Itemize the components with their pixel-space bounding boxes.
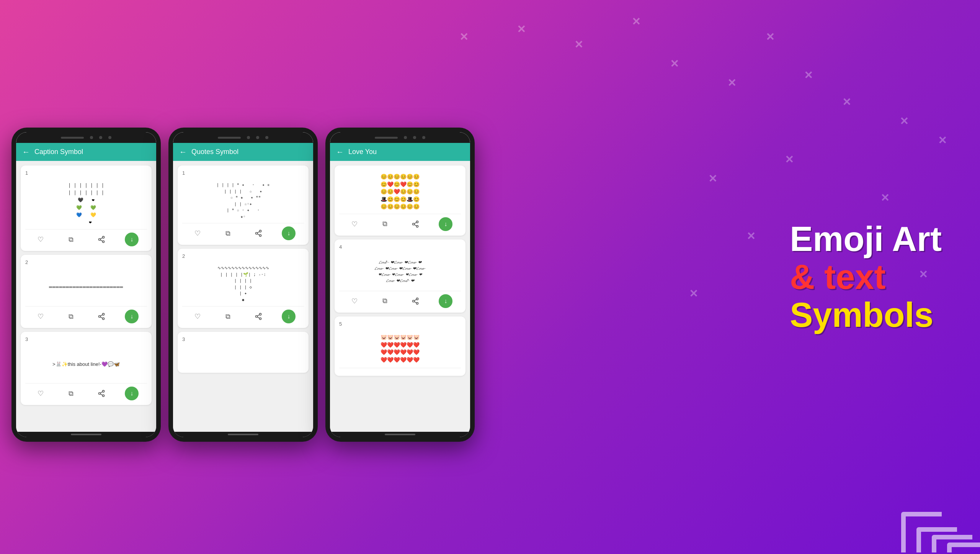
card-2-2: 2 ∿∿∿∿∿∿∿∿∿∿∿∿∿∿∿ | | | | |🌱| ; -·: | | …	[178, 249, 309, 328]
share-button[interactable]	[95, 310, 108, 323]
phone-1-screen: ← Caption Symbol 1 | | | | | | | | | | |…	[16, 132, 156, 437]
card-actions: ♡ ⧉ ↓	[182, 310, 304, 323]
like-button[interactable]: ♡	[34, 387, 47, 400]
copy-button[interactable]: ⧉	[221, 226, 235, 240]
download-button[interactable]: ↓	[282, 310, 296, 323]
card-actions: ♡ ⧉ ↓	[182, 226, 304, 240]
svg-line-34	[414, 299, 416, 300]
svg-point-25	[416, 221, 418, 223]
copy-button[interactable]: ⧉	[64, 233, 78, 246]
back-arrow-2[interactable]: ←	[179, 148, 187, 156]
card-2-1: 1 | | | | * ✦ · ✦ ✳ | | | | ☆ ✦ ☆ * ★ ✦ …	[178, 166, 309, 245]
svg-point-10	[102, 390, 104, 392]
card-content: ══════════════════════	[25, 268, 147, 307]
back-arrow-1[interactable]: ←	[22, 148, 30, 156]
phone-bottom	[173, 432, 313, 437]
home-bar	[385, 434, 415, 435]
copy-button[interactable]: ⧉	[64, 310, 78, 323]
svg-point-21	[255, 316, 257, 318]
phone-1-header: ← Caption Symbol	[16, 143, 156, 161]
download-button[interactable]: ↓	[439, 217, 452, 231]
deco-x: ✕	[517, 23, 526, 36]
svg-line-33	[414, 302, 416, 303]
card-actions: ♡ ⧉ ↓	[25, 233, 147, 246]
card-content: | | | | | | | | | | | | | | 🖤 ❤️ 💚 💚 💙 💛…	[25, 179, 147, 229]
svg-line-9	[100, 315, 103, 316]
svg-point-31	[412, 300, 414, 302]
deco-x: ✕	[880, 192, 889, 204]
deco-x: ✕	[938, 134, 947, 147]
deco-x: ✕	[574, 38, 583, 51]
card-number: 3	[25, 336, 147, 342]
svg-point-32	[416, 302, 418, 304]
svg-line-13	[100, 394, 103, 395]
share-button[interactable]	[95, 387, 108, 400]
svg-line-4	[100, 238, 103, 239]
download-button[interactable]: ↓	[282, 226, 296, 240]
svg-line-14	[100, 392, 103, 393]
card-actions: ♡ ⧉ ↓	[339, 294, 461, 308]
copy-button[interactable]: ⧉	[378, 217, 392, 231]
svg-point-0	[102, 236, 104, 238]
deco-x: ✕	[689, 287, 698, 300]
back-arrow-3[interactable]: ←	[336, 148, 344, 156]
deco-x: ✕	[785, 153, 794, 166]
svg-line-23	[257, 317, 260, 318]
card-3-4: 4 𝓛𝓸𝓿𝓮*·· ❤𝓛𝓸𝓿𝓮·· ❤𝓛𝓸𝓿𝓮·· ❤ 𝓛𝓸𝓿𝓮·· ❤𝓛𝓸𝓿𝓮…	[335, 239, 466, 313]
copy-button[interactable]: ⧉	[378, 294, 392, 308]
corner-decoration	[873, 445, 980, 554]
card-content: ∿∿∿∿∿∿∿∿∿∿∿∿∿∿∿ | | | | |🌱| ; -·: | | | …	[182, 262, 304, 307]
like-button[interactable]: ♡	[34, 310, 47, 323]
share-button[interactable]	[408, 294, 422, 308]
share-button[interactable]	[252, 226, 265, 240]
svg-line-18	[257, 234, 260, 235]
promo-line-1: Emoji Art	[790, 220, 942, 258]
card-content: 😊😊😊😊😊😊 😊❤️😊❤️😊😊 😊😊❤️😊😊😊 🎩😊😊😊🎩😊 😊😊😊😊😊😊	[339, 170, 461, 214]
card-1-1: 1 | | | | | | | | | | | | | | 🖤 ❤️ 💚 💚 💙…	[21, 166, 152, 251]
download-button[interactable]: ↓	[125, 233, 139, 246]
download-button[interactable]: ↓	[125, 310, 139, 323]
card-content: >🐰✨this about line!-💜💬🦋	[25, 345, 147, 384]
share-button[interactable]	[252, 310, 265, 323]
svg-point-17	[259, 234, 261, 236]
deco-x: ✕	[670, 57, 679, 70]
like-button[interactable]: ♡	[348, 294, 361, 308]
deco-x: ✕	[459, 31, 468, 43]
card-number: 5	[339, 321, 461, 327]
phone-bottom	[16, 432, 156, 437]
svg-point-16	[255, 233, 257, 234]
share-button[interactable]	[95, 233, 108, 246]
copy-button[interactable]: ⧉	[64, 387, 78, 400]
phones-container: ← Caption Symbol 1 | | | | | | | | | | |…	[11, 128, 475, 442]
like-button[interactable]: ♡	[191, 226, 204, 240]
svg-point-15	[259, 230, 261, 232]
svg-point-26	[412, 223, 414, 225]
card-actions: ♡ ⧉ ↓	[339, 217, 461, 231]
like-button[interactable]: ♡	[348, 217, 361, 231]
svg-line-8	[100, 317, 103, 318]
phone-2: ← Quotes Symbol 1 | | | | * ✦ · ✦ ✳ | | …	[168, 128, 318, 442]
promo-line-2: & text	[790, 258, 942, 296]
svg-line-29	[414, 222, 416, 223]
copy-button[interactable]: ⧉	[221, 310, 235, 323]
like-button[interactable]: ♡	[191, 310, 204, 323]
card-3-1: 😊😊😊😊😊😊 😊❤️😊❤️😊😊 😊😊❤️😊😊😊 🎩😊😊😊🎩😊 😊😊😊😊😊😊 ♡ …	[335, 166, 466, 236]
deco-x: ✕	[766, 31, 774, 43]
download-button[interactable]: ↓	[439, 294, 452, 308]
phone-1-content: 1 | | | | | | | | | | | | | | 🖤 ❤️ 💚 💚 💙…	[16, 161, 156, 432]
card-content: 𝓛𝓸𝓿𝓮*·· ❤𝓛𝓸𝓿𝓮·· ❤𝓛𝓸𝓿𝓮·· ❤ 𝓛𝓸𝓿𝓮·· ❤𝓛𝓸𝓿𝓮··…	[339, 253, 461, 291]
svg-line-24	[257, 315, 260, 316]
card-number: 1	[182, 170, 304, 176]
download-button[interactable]: ↓	[125, 387, 139, 400]
home-bar	[71, 434, 101, 435]
like-button[interactable]: ♡	[34, 233, 47, 246]
svg-line-28	[414, 225, 416, 226]
card-content: 🐷🐷🐷🐷🐷🐷 ❤️❤️❤️❤️❤️❤️ ❤️❤️❤️❤️❤️❤️ ❤️❤️❤️❤…	[339, 330, 461, 368]
promo-text: Emoji Art & text Symbols	[790, 220, 942, 334]
deco-x: ✕	[632, 15, 640, 28]
promo-line-3: Symbols	[790, 296, 942, 334]
phone-3-screen: ← Love You 😊😊😊😊😊😊 😊❤️😊❤️😊😊 😊😊❤️😊😊😊 🎩😊😊😊🎩…	[330, 132, 470, 437]
share-button[interactable]	[408, 217, 422, 231]
phone-3-header: ← Love You	[330, 143, 470, 161]
svg-point-2	[102, 241, 104, 243]
